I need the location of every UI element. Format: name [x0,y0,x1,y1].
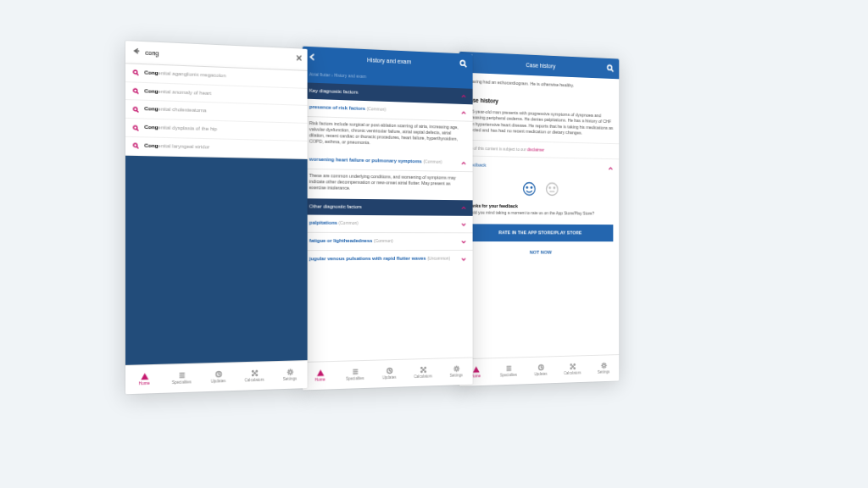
tab-calculators[interactable]: Calculators [557,356,588,383]
tab-calculators[interactable]: Calculators [236,362,272,391]
svg-point-3 [133,125,136,129]
rate-store-button[interactable]: RATE IN THE APP STORE/PLAY STORE [465,224,613,241]
smile-icon[interactable] [521,180,537,197]
svg-point-32 [572,366,573,367]
screen-case-history: Case history ...having had an echocardio… [459,52,620,386]
tab-calculators[interactable]: Calculators [406,359,439,387]
svg-point-15 [424,367,425,369]
tab-updates[interactable]: Updates [525,357,557,384]
chevron-up-icon [461,93,466,99]
chevron-down-icon [461,222,466,228]
svg-point-23 [531,187,532,189]
page-title: Case history [526,61,555,69]
item-hf-body: These are common underlying conditions, … [303,169,473,200]
tabbar: HomeSpecialtiesUpdatesCalculatorsSetting… [125,360,308,394]
search-icon [133,143,139,149]
svg-point-4 [133,144,136,147]
svg-point-1 [133,89,136,92]
svg-point-22 [526,187,528,189]
calculators-icon [251,369,259,377]
item-risk-body: Risk factors include surgical or post-ab… [303,117,473,155]
tab-specialties[interactable]: Specialties [492,358,525,385]
search-icon[interactable] [607,64,615,74]
svg-point-11 [288,370,291,374]
svg-point-28 [570,364,571,365]
svg-point-6 [252,370,253,372]
svg-point-0 [133,70,136,74]
settings-icon [286,369,293,376]
tab-specialties[interactable]: Specialties [337,361,372,389]
close-icon[interactable] [296,54,303,64]
specialties-icon [178,371,186,380]
tab-settings[interactable]: Settings [588,355,620,382]
home-icon [141,372,149,380]
tab-home[interactable]: Home [303,362,337,391]
chevron-up-icon [608,165,613,171]
chevron-up-icon [461,161,466,167]
chevron-up-icon [461,205,466,211]
search-icon [133,125,139,130]
item-palpitations[interactable]: palpitations (Common) [303,215,473,234]
thanks-block: Thanks for your feedback Would you mind … [459,202,620,221]
search-input[interactable]: cong [145,48,300,63]
feedback-faces [459,175,620,203]
tab-updates[interactable]: Updates [372,360,406,388]
not-now-button[interactable]: NOT NOW [459,245,620,263]
specialties-icon [505,364,512,372]
tab-settings[interactable]: Settings [440,358,473,385]
svg-point-17 [424,371,425,373]
section-other-factors[interactable]: Other diagnostic factors [303,198,473,216]
screen-search: cong Congenital aganglionic megacolonCon… [125,41,308,394]
svg-point-21 [524,183,536,196]
item-jvp[interactable]: jugular venous pulsations with rapid flu… [303,251,473,269]
svg-point-26 [554,187,554,189]
calculators-icon [420,366,426,374]
search-icon [133,69,139,76]
svg-point-7 [256,370,258,372]
settings-icon [600,362,607,369]
neutral-icon[interactable] [544,181,559,198]
updates-icon [386,367,393,374]
svg-point-24 [547,183,558,196]
settings-icon [453,365,459,373]
tab-settings[interactable]: Settings [272,361,308,389]
svg-point-19 [455,368,458,370]
search-icon [133,88,139,95]
page-title: History and exam [367,56,411,65]
svg-point-30 [570,368,571,369]
updates-icon [537,363,544,371]
svg-point-29 [574,364,575,365]
svg-point-31 [574,368,575,369]
specialties-icon [351,368,359,375]
search-icon [133,106,139,113]
feedback-header[interactable]: Feedback [459,156,620,178]
search-backdrop [125,155,308,389]
calculators-icon [569,363,576,370]
svg-point-12 [460,60,465,65]
chevron-down-icon [461,257,466,263]
svg-point-33 [603,364,605,367]
suggestions-list: Congenital aganglionic megacolonCongenit… [125,64,308,159]
case-body: A 75-year-old man presents with progress… [459,108,620,143]
home-icon [472,366,479,374]
svg-point-16 [420,371,421,373]
svg-point-25 [549,187,550,189]
back-icon[interactable] [309,53,317,64]
svg-point-2 [133,107,136,110]
tab-specialties[interactable]: Specialties [163,364,200,393]
svg-point-9 [256,374,258,376]
tab-updates[interactable]: Updates [200,363,236,391]
disclaimer-link[interactable]: disclaimer [527,147,544,152]
item-fatigue[interactable]: fatigue or lightheadedness (Common) [303,233,473,251]
chevron-up-icon [461,110,466,116]
updates-icon [214,370,222,378]
tab-home[interactable]: Home [125,365,163,395]
svg-point-20 [608,64,612,69]
search-icon[interactable] [459,59,467,69]
tabbar: HomeSpecialtiesUpdatesCalculatorsSetting… [459,354,620,386]
svg-point-14 [420,368,421,369]
svg-point-18 [422,369,423,371]
svg-point-8 [252,374,253,376]
back-icon[interactable] [133,47,140,58]
svg-point-10 [253,373,255,374]
